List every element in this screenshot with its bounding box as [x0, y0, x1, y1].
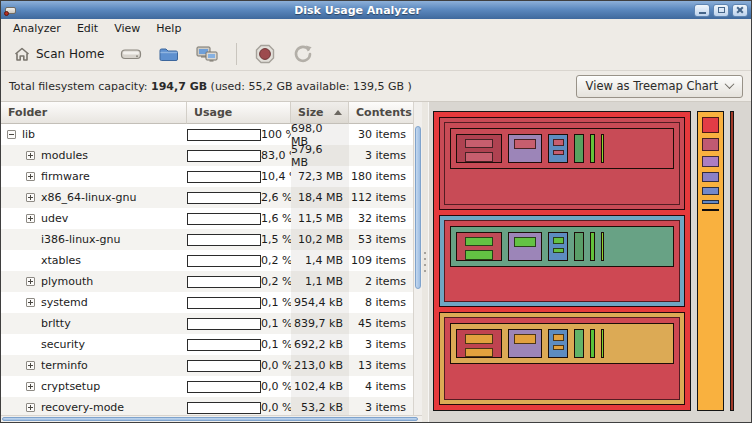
treemap-bar[interactable]	[590, 329, 595, 358]
maximize-button[interactable]	[713, 4, 729, 17]
column-header-usage[interactable]: Usage	[187, 102, 291, 124]
table-row[interactable]: systemd0,1 %954,4 kB8 items	[1, 292, 413, 313]
treemap-chart[interactable]	[428, 102, 751, 422]
treemap-strip-cell[interactable]	[702, 156, 719, 167]
scan-folder-button[interactable]	[153, 43, 184, 66]
treemap-root-rect[interactable]	[433, 111, 691, 411]
treemap-cell[interactable]	[465, 152, 493, 161]
treemap-box-c[interactable]	[548, 134, 568, 163]
table-row[interactable]: cryptsetup0,0 %102,4 kB4 items	[1, 376, 413, 397]
view-as-dropdown[interactable]: View as Treemap Chart	[576, 75, 743, 98]
table-row[interactable]: brltty0,1 %839,7 kB45 items	[1, 313, 413, 334]
menu-item-view[interactable]: View	[106, 20, 148, 37]
treemap-bar[interactable]	[590, 134, 595, 163]
column-header-contents[interactable]: Contents	[349, 102, 413, 124]
expander-icon[interactable]	[26, 172, 35, 181]
table-row[interactable]: x86_64-linux-gnu2,6 %18,4 MB112 items	[1, 187, 413, 208]
treemap-band-panel[interactable]	[444, 122, 680, 205]
treemap-bar[interactable]	[590, 232, 595, 261]
vertical-scrollbar-thumb[interactable]	[415, 126, 421, 289]
expander-icon[interactable]	[26, 361, 35, 370]
treemap-cell[interactable]	[553, 248, 564, 253]
treemap-items-row[interactable]	[450, 323, 674, 364]
menu-item-help[interactable]: Help	[148, 20, 189, 37]
table-row[interactable]: terminfo0,0 %213,0 kB13 items	[1, 355, 413, 376]
table-row[interactable]: i386-linux-gnu1,5 %10,2 MB53 items	[1, 229, 413, 250]
table-row[interactable]: security0,1 %692,2 kB3 items	[1, 334, 413, 355]
treemap-box-a[interactable]	[456, 329, 502, 358]
treemap-strip-cell[interactable]	[702, 209, 719, 211]
treemap-cell[interactable]	[553, 150, 564, 155]
treemap-bar[interactable]	[601, 134, 604, 163]
treemap-cell[interactable]	[465, 334, 493, 343]
scan-remote-button[interactable]	[190, 42, 224, 66]
treemap-cell[interactable]	[465, 348, 493, 357]
column-header-folder[interactable]: Folder	[1, 102, 187, 124]
treemap-box-b[interactable]	[508, 329, 542, 358]
scan-filesystem-button[interactable]	[115, 43, 147, 65]
expander-icon[interactable]	[26, 214, 35, 223]
treemap-box-b[interactable]	[508, 134, 542, 163]
horizontal-scrollbar-thumb[interactable]	[2, 417, 418, 421]
treemap-bar[interactable]	[574, 329, 584, 358]
expander-icon[interactable]	[26, 403, 35, 412]
table-row[interactable]: plymouth0,2 %1,1 MB2 items	[1, 271, 413, 292]
close-button[interactable]	[732, 4, 748, 17]
menu-item-analyzer[interactable]: Analyzer	[5, 20, 69, 37]
treemap-edge-strip[interactable]	[730, 111, 734, 411]
expander-icon[interactable]	[26, 277, 35, 286]
expander-icon[interactable]	[26, 193, 35, 202]
treemap-strip-cell[interactable]	[702, 138, 719, 151]
treemap-cell[interactable]	[514, 139, 536, 149]
treemap-box-b[interactable]	[508, 232, 542, 261]
treemap-band-2[interactable]	[439, 215, 685, 308]
column-header-size[interactable]: Size	[291, 102, 349, 124]
table-row[interactable]: firmware10,4 %72,3 MB180 items	[1, 166, 413, 187]
refresh-button[interactable]	[287, 40, 319, 68]
treemap-band-panel[interactable]	[444, 317, 680, 400]
titlebar[interactable]: Disk Usage Analyzer	[1, 1, 751, 19]
table-row[interactable]: xtables0,2 %1,4 MB109 items	[1, 250, 413, 271]
treemap-cell[interactable]	[514, 237, 536, 247]
treemap-items-row[interactable]	[450, 226, 674, 267]
treemap-strip-cell[interactable]	[702, 187, 719, 195]
treemap-side-strip[interactable]	[697, 111, 724, 411]
treemap-cell[interactable]	[465, 237, 493, 246]
treemap-bar[interactable]	[574, 232, 584, 261]
table-row[interactable]: modules83,0 %579,6 MB3 items	[1, 145, 413, 166]
treemap-band-panel[interactable]	[444, 220, 680, 303]
table-row[interactable]: udev1,6 %11,5 MB32 items	[1, 208, 413, 229]
treemap-box-c[interactable]	[548, 232, 568, 261]
treemap-cell[interactable]	[514, 334, 536, 344]
treemap-bar[interactable]	[601, 329, 604, 358]
treemap-box-a[interactable]	[456, 232, 502, 261]
treemap-bar[interactable]	[601, 232, 604, 261]
table-row[interactable]: lib100 %698,0 MB30 items	[1, 124, 413, 145]
treemap-cell[interactable]	[465, 139, 493, 148]
expander-icon[interactable]	[26, 151, 35, 160]
treemap-band-1[interactable]	[439, 117, 685, 210]
treemap-cell[interactable]	[553, 237, 564, 244]
treemap-cell[interactable]	[553, 345, 564, 350]
treemap-strip-cell[interactable]	[702, 172, 719, 182]
horizontal-scrollbar[interactable]	[1, 415, 422, 422]
expander-icon[interactable]	[26, 382, 35, 391]
table-row[interactable]: recovery-mode0,0 %53,2 kB3 items	[1, 397, 413, 415]
treemap-cell[interactable]	[553, 139, 564, 146]
treemap-strip-cell[interactable]	[702, 200, 719, 204]
vertical-scrollbar[interactable]	[413, 102, 422, 415]
scan-home-button[interactable]: Scan Home	[8, 43, 109, 65]
minimize-button[interactable]	[694, 4, 710, 17]
treemap-bar[interactable]	[574, 134, 584, 163]
treemap-band-3[interactable]	[439, 312, 685, 405]
treemap-box-c[interactable]	[548, 329, 568, 358]
treemap-box-a[interactable]	[456, 134, 502, 163]
stop-button[interactable]	[249, 40, 281, 68]
menu-item-edit[interactable]: Edit	[69, 20, 106, 37]
expander-icon[interactable]	[26, 298, 35, 307]
expander-icon[interactable]	[7, 130, 16, 139]
treemap-cell[interactable]	[553, 334, 564, 341]
treemap-items-row[interactable]	[450, 128, 674, 169]
treemap-strip-cell[interactable]	[702, 117, 719, 133]
treemap-cell[interactable]	[465, 250, 493, 259]
